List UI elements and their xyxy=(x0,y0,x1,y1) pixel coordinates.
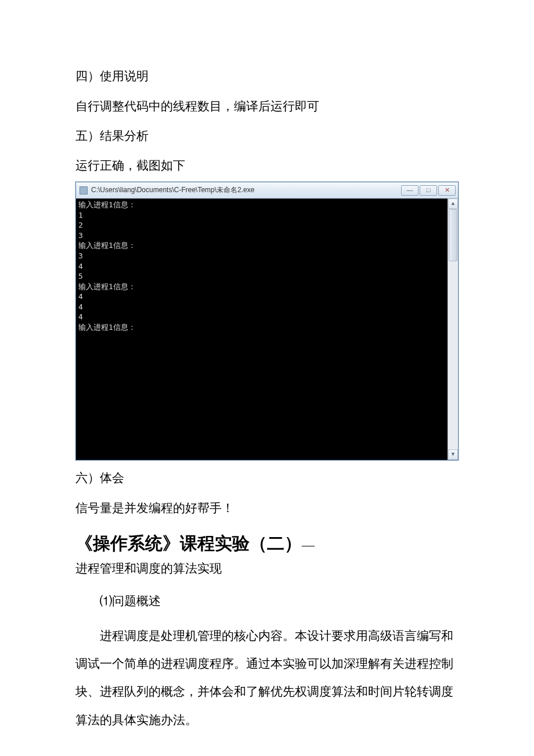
scroll-down-button[interactable]: ▼ xyxy=(448,449,458,460)
title-dash: — xyxy=(302,538,315,552)
minimize-button[interactable]: — xyxy=(401,185,418,196)
section-6-body: 信号量是并发编程的好帮手！ xyxy=(75,499,459,519)
section-5-body: 运行正确，截图如下 xyxy=(75,157,459,175)
section-4-body: 自行调整代码中的线程数目，编译后运行即可 xyxy=(75,97,459,117)
q1-label: ⑴问题概述 xyxy=(100,592,459,611)
console-output[interactable]: 输入进程1信息： 1 2 3 输入进程1信息： 3 4 5 输入进程1信息： 4… xyxy=(76,199,448,460)
title-main: 《操作系统》课程实验（二） xyxy=(75,534,302,553)
section-6-heading: 六）体会 xyxy=(75,469,459,488)
experiment-2-title: 《操作系统》课程实验（二）— xyxy=(75,532,459,556)
console-window: C:\Users\liang\Documents\C-Free\Temp\未命名… xyxy=(75,182,459,460)
vertical-scrollbar[interactable]: ▲ ▼ xyxy=(448,199,458,460)
scroll-up-button[interactable]: ▲ xyxy=(448,199,458,209)
titlebar[interactable]: C:\Users\liang\Documents\C-Free\Temp\未命名… xyxy=(76,182,458,199)
maximize-button[interactable]: □ xyxy=(420,185,437,196)
titlebar-text: C:\Users\liang\Documents\C-Free\Temp\未命名… xyxy=(91,185,401,195)
scroll-track[interactable] xyxy=(448,209,458,449)
scroll-thumb[interactable] xyxy=(449,209,457,261)
q1-body: 进程调度是处理机管理的核心内容。本设计要求用高级语言编写和调试一个简单的进程调度… xyxy=(75,622,459,734)
experiment-2-subtitle: 进程管理和调度的算法实现 xyxy=(75,559,459,579)
section-4-heading: 四）使用说明 xyxy=(75,67,459,87)
section-5-heading: 五）结果分析 xyxy=(75,127,459,146)
app-icon xyxy=(80,186,88,195)
window-controls: — □ ✕ xyxy=(401,185,456,196)
console-body: 输入进程1信息： 1 2 3 输入进程1信息： 3 4 5 输入进程1信息： 4… xyxy=(76,199,458,460)
close-button[interactable]: ✕ xyxy=(438,185,456,196)
